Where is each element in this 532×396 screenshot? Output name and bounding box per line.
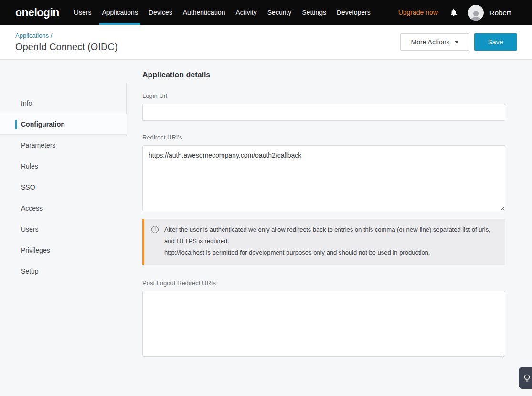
more-actions-label: More Actions <box>411 38 450 46</box>
header-actions: More Actions Save <box>400 33 517 51</box>
post-logout-label: Post Logout Redirect URIs <box>142 279 505 287</box>
page-body: Info Configuration Parameters Rules SSO … <box>0 60 532 357</box>
info-note-line1: After the user is authenticated we only … <box>164 224 498 247</box>
active-indicator-bar <box>15 120 17 129</box>
chevron-down-icon <box>455 41 458 43</box>
sidebar-item-users[interactable]: Users <box>0 219 127 240</box>
sidebar-item-rules[interactable]: Rules <box>0 156 127 177</box>
post-logout-redirect-uris-textarea[interactable] <box>142 291 505 357</box>
lightbulb-icon <box>523 374 531 382</box>
sidebar-item-setup[interactable]: Setup <box>0 261 127 282</box>
page-header: Applications / OpenId Connect (OIDC) Mor… <box>0 25 532 60</box>
nav-item-developers[interactable]: Developers <box>331 0 376 25</box>
more-actions-button[interactable]: More Actions <box>400 33 469 51</box>
sidebar-item-configuration[interactable]: Configuration <box>0 114 127 135</box>
breadcrumb[interactable]: Applications / <box>15 32 118 39</box>
nav-item-authentication[interactable]: Authentication <box>178 0 231 25</box>
info-note-line2: http://localhost is permitted for develo… <box>164 247 498 258</box>
login-url-label: Login Url <box>142 92 505 99</box>
redirect-uris-textarea[interactable]: https://auth.awesomecompany.com/oauth2/c… <box>142 145 505 211</box>
post-logout-field-group: Post Logout Redirect URIs <box>142 279 505 357</box>
nav-item-applications[interactable]: Applications <box>96 0 143 25</box>
sidebar-item-parameters[interactable]: Parameters <box>0 135 127 156</box>
nav-item-activity[interactable]: Activity <box>230 0 262 25</box>
upgrade-now-link[interactable]: Upgrade now <box>398 9 438 16</box>
redirect-uris-label: Redirect URI's <box>142 134 505 141</box>
header-titles: Applications / OpenId Connect (OIDC) <box>15 32 118 53</box>
redirect-uris-field-group: Redirect URI's https://auth.awesomecompa… <box>142 134 505 211</box>
nav-item-devices[interactable]: Devices <box>143 0 178 25</box>
login-url-input[interactable] <box>142 104 505 121</box>
main-content: Application details Login Url Redirect U… <box>127 60 505 357</box>
section-title: Application details <box>142 71 505 79</box>
navbar-right: Upgrade now Robert <box>398 5 532 21</box>
page-title: OpenId Connect (OIDC) <box>15 42 118 53</box>
nav-item-users[interactable]: Users <box>69 0 97 25</box>
redirect-uris-info-note: i After the user is authenticated we onl… <box>142 219 505 265</box>
sidebar-item-privileges[interactable]: Privileges <box>0 240 127 261</box>
sidebar-item-access[interactable]: Access <box>0 198 127 219</box>
sidebar-nav: Info Configuration Parameters Rules SSO … <box>0 60 127 357</box>
info-note-text: After the user is authenticated we only … <box>164 224 498 258</box>
sidebar-item-label: Configuration <box>21 120 65 128</box>
sidebar-item-sso[interactable]: SSO <box>0 177 127 198</box>
user-name[interactable]: Robert <box>489 9 511 17</box>
save-button[interactable]: Save <box>474 33 517 51</box>
nav-item-settings[interactable]: Settings <box>297 0 331 25</box>
user-avatar[interactable] <box>468 5 484 21</box>
login-url-field-group: Login Url <box>142 92 505 121</box>
primary-nav: Users Applications Devices Authenticatio… <box>69 0 376 25</box>
notifications-bell-icon[interactable] <box>449 8 458 17</box>
nav-item-security[interactable]: Security <box>262 0 297 25</box>
help-lightbulb-button[interactable] <box>519 367 532 389</box>
onelogin-logo[interactable]: onelogin <box>15 6 59 19</box>
info-icon: i <box>151 226 159 233</box>
top-navbar: onelogin Users Applications Devices Auth… <box>0 0 532 25</box>
person-icon <box>468 8 484 21</box>
sidebar-item-info[interactable]: Info <box>0 93 127 114</box>
